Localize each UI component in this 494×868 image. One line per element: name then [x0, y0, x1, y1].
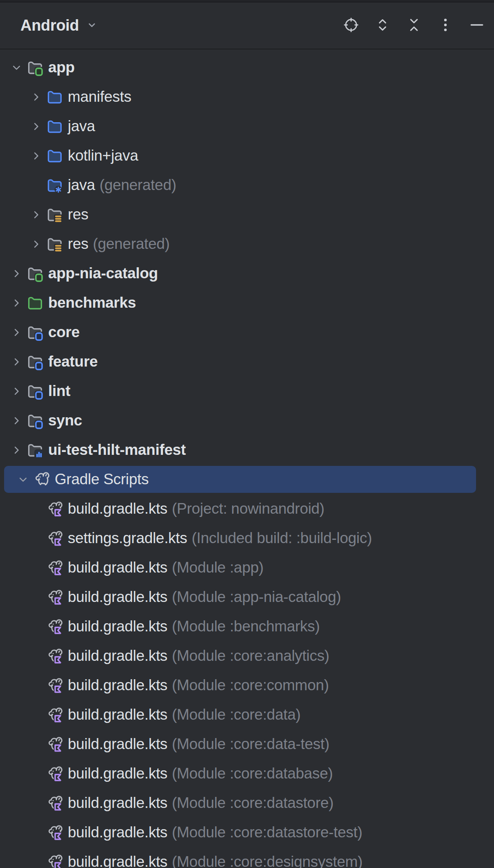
- tree-item-java-generated[interactable]: java (generated): [0, 170, 494, 200]
- chevron-right-icon[interactable]: [7, 441, 26, 459]
- tree-chevron: [26, 735, 46, 753]
- gradle-kts-file-icon: [46, 559, 64, 577]
- tree-item-suffix: (generated): [100, 177, 176, 194]
- tree-item-res[interactable]: res: [0, 200, 494, 229]
- folder-blue-icon: [46, 117, 64, 135]
- tree-item-label: res: [68, 206, 89, 223]
- chevron-right-icon[interactable]: [7, 264, 26, 282]
- tree-item-res-generated[interactable]: res (generated): [0, 229, 494, 259]
- module-blue-folder-icon: [26, 353, 44, 371]
- tree-item-build-gradle-kts-module-app-nia-catalog[interactable]: build.gradle.kts (Module :app-nia-catalo…: [0, 582, 494, 612]
- module-blue-folder-icon: [26, 382, 44, 400]
- module-android-folder-icon: [26, 264, 44, 282]
- view-selector-dropdown[interactable]: Android: [20, 17, 98, 34]
- chevron-right-icon[interactable]: [7, 412, 26, 430]
- tree-item-label: res: [68, 235, 89, 253]
- tree-item-build-gradle-kts-module-core-datastore[interactable]: build.gradle.kts (Module :core:datastore…: [0, 788, 494, 818]
- tree-item-label: build.gradle.kts: [68, 824, 167, 841]
- expand-all-button[interactable]: [374, 17, 392, 35]
- tree-item-suffix: (Module :benchmarks): [172, 618, 320, 635]
- tree-item-label: java: [68, 118, 95, 135]
- tree-item-build-gradle-kts-module-core-designsystem[interactable]: build.gradle.kts (Module :core:designsys…: [0, 847, 494, 868]
- tree-item-build-gradle-kts-module-core-common[interactable]: build.gradle.kts (Module :core:common): [0, 671, 494, 700]
- tree-item-feature[interactable]: feature: [0, 347, 494, 376]
- tree-item-app-nia-catalog[interactable]: app-nia-catalog: [0, 259, 494, 288]
- tree-item-suffix: (Module :app-nia-catalog): [172, 588, 341, 606]
- tree-item-label: build.gradle.kts: [68, 765, 167, 782]
- tree-item-label: feature: [48, 353, 98, 370]
- tree-item-settings-gradle-kts-included-build-build-logic[interactable]: settings.gradle.kts (Included build: :bu…: [0, 523, 494, 553]
- chevron-right-icon[interactable]: [7, 382, 26, 400]
- chevron-down-icon[interactable]: [13, 470, 33, 488]
- tree-item-build-gradle-kts-module-core-data[interactable]: build.gradle.kts (Module :core:data): [0, 700, 494, 729]
- tree-item-gradle-scripts[interactable]: Gradle Scripts: [0, 465, 494, 494]
- project-tool-window: Android app manifests java kotlin+java: [0, 0, 494, 868]
- gradle-kts-file-icon: [46, 647, 64, 665]
- tree-item-label: build.gradle.kts: [68, 500, 167, 517]
- chevron-right-icon[interactable]: [7, 323, 26, 341]
- tree-item-kotlin-java[interactable]: kotlin+java: [0, 141, 494, 170]
- target-icon: [342, 16, 360, 35]
- tree-item-build-gradle-kts-module-core-datastore-test[interactable]: build.gradle.kts (Module :core:datastore…: [0, 818, 494, 847]
- tree-item-build-gradle-kts-module-core-data-test[interactable]: build.gradle.kts (Module :core:data-test…: [0, 729, 494, 759]
- tree-item-label: ui-test-hilt-manifest: [48, 441, 186, 459]
- more-options-button[interactable]: [436, 17, 454, 35]
- collapse-all-button[interactable]: [405, 17, 423, 35]
- view-selector-label: Android: [20, 17, 79, 34]
- tree-item-lint[interactable]: lint: [0, 376, 494, 406]
- tree-item-label: build.gradle.kts: [68, 853, 167, 868]
- hide-panel-button[interactable]: [468, 17, 486, 35]
- tree-item-build-gradle-kts-module-core-analytics[interactable]: build.gradle.kts (Module :core:analytics…: [0, 641, 494, 671]
- tree-item-label: build.gradle.kts: [68, 588, 167, 606]
- tree-item-core[interactable]: core: [0, 318, 494, 347]
- tree-item-label: build.gradle.kts: [68, 647, 167, 664]
- folder-generated-icon: [46, 176, 64, 194]
- tree-item-manifests[interactable]: manifests: [0, 82, 494, 112]
- kebab-icon: [436, 16, 454, 35]
- tree-item-ui-test-hilt-manifest[interactable]: ui-test-hilt-manifest: [0, 435, 494, 465]
- chevron-right-icon[interactable]: [7, 353, 26, 371]
- tree-item-label: manifests: [68, 88, 131, 105]
- chevron-right-icon[interactable]: [26, 147, 46, 165]
- tree-item-app[interactable]: app: [0, 53, 494, 82]
- chevron-right-icon[interactable]: [26, 235, 46, 253]
- tree-item-suffix: (Module :core:datastore-test): [172, 824, 362, 841]
- tree-chevron: [26, 794, 46, 812]
- tree-chevron: [26, 176, 46, 194]
- tree-item-java[interactable]: java: [0, 112, 494, 141]
- minus-icon: [468, 16, 486, 35]
- tree-item-build-gradle-kts-module-app[interactable]: build.gradle.kts (Module :app): [0, 553, 494, 582]
- tree-item-label: build.gradle.kts: [68, 736, 167, 753]
- tree-item-sync[interactable]: sync: [0, 406, 494, 435]
- tree-chevron: [26, 853, 46, 868]
- chevron-right-icon[interactable]: [26, 88, 46, 106]
- folder-res-icon: [46, 235, 64, 253]
- locate-opened-file-button[interactable]: [342, 17, 360, 35]
- folder-blue-icon: [46, 147, 64, 165]
- folder-green-icon: [26, 294, 44, 312]
- tree-item-build-gradle-kts-project-nowinandroid[interactable]: build.gradle.kts (Project: nowinandroid): [0, 494, 494, 523]
- tree-item-suffix: (generated): [93, 235, 170, 253]
- gradle-kts-file-icon: [46, 617, 64, 635]
- gradle-kts-file-icon: [46, 735, 64, 753]
- tree-item-suffix: (Module :core:common): [172, 677, 329, 694]
- tree-item-label: lint: [48, 383, 70, 400]
- tree-item-suffix: (Module :core:designsystem): [172, 853, 363, 868]
- tree-item-benchmarks[interactable]: benchmarks: [0, 288, 494, 318]
- chevron-down-icon: [86, 19, 98, 33]
- tree-chevron: [26, 647, 46, 665]
- chevron-right-icon[interactable]: [26, 117, 46, 135]
- tree-item-label: settings.gradle.kts: [68, 530, 187, 547]
- chevron-down-icon[interactable]: [7, 58, 26, 76]
- project-tree: app manifests java kotlin+java java (gen…: [0, 49, 494, 868]
- chevron-right-icon[interactable]: [7, 294, 26, 312]
- tree-chevron: [26, 706, 46, 724]
- tree-chevron: [26, 823, 46, 841]
- chevron-right-icon[interactable]: [26, 206, 46, 224]
- collapse-all-icon: [405, 16, 423, 35]
- tree-item-build-gradle-kts-module-core-database[interactable]: build.gradle.kts (Module :core:database): [0, 759, 494, 788]
- folder-blue-icon: [46, 88, 64, 106]
- gradle-kts-file-icon: [46, 529, 64, 547]
- tree-item-label: benchmarks: [48, 294, 136, 311]
- tree-item-build-gradle-kts-module-benchmarks[interactable]: build.gradle.kts (Module :benchmarks): [0, 612, 494, 641]
